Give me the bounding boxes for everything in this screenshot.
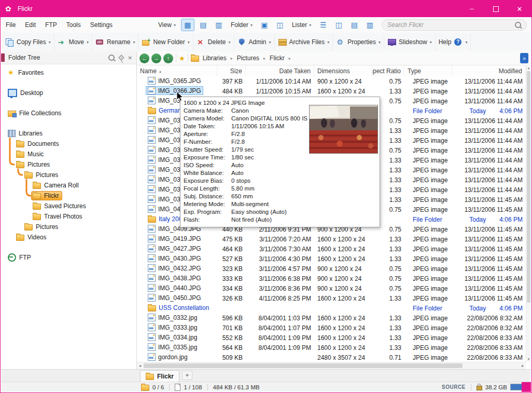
- tiles-view-icon[interactable]: ▥: [212, 19, 226, 31]
- tree-item-desktop[interactable]: Desktop: [1, 88, 136, 98]
- back-button[interactable]: ←: [139, 53, 149, 63]
- dual-display-button[interactable]: [520, 53, 528, 63]
- lock-icon[interactable]: [477, 386, 482, 390]
- breadcrumb-segment-libraries[interactable]: Libraries: [202, 54, 228, 62]
- pin-icon[interactable]: [118, 55, 124, 60]
- tooltip-field-label: Shutter Speed:: [184, 146, 231, 154]
- column-header-type[interactable]: Type: [404, 65, 452, 77]
- file-row[interactable]: gordon.jpg509 KB2480 x 3507 x 240.71JPEG…: [137, 353, 526, 362]
- search-input[interactable]: Search Flickr: [382, 19, 527, 31]
- file-row[interactable]: IMG_0432.JPG323 KB3/11/2006 4:57 PM900 x…: [137, 264, 526, 274]
- folder-options-icon[interactable]: ▣: [258, 19, 271, 31]
- menu-item-file[interactable]: File: [1, 17, 20, 33]
- tree-item-label: Pictures: [27, 161, 50, 168]
- file-row[interactable]: IMG_0335.jpg564 KB8/04/2001 1:09 PM1600 …: [137, 343, 526, 353]
- slideshow-button[interactable]: Slideshow: [384, 33, 436, 51]
- delete-button[interactable]: Delete: [193, 33, 234, 51]
- details-view-icon[interactable]: ▦: [181, 19, 194, 31]
- forward-button[interactable]: →: [151, 53, 161, 63]
- menu-item-edit[interactable]: Edit: [20, 17, 40, 33]
- tree-item-camera-roll[interactable]: Camera Roll: [1, 180, 136, 191]
- dual-vertical-icon[interactable]: ◫: [332, 19, 345, 31]
- tree-item-travel-photos[interactable]: Travel Photos: [1, 211, 136, 222]
- tree-item-favorites[interactable]: Favorites: [1, 67, 136, 78]
- maximize-button[interactable]: [484, 1, 508, 17]
- tree-search-icon[interactable]: [108, 55, 115, 61]
- admin-button[interactable]: Admin: [234, 33, 275, 51]
- tree-item-flickr[interactable]: Flickr: [1, 191, 136, 201]
- folder-row[interactable]: USS ConstellationFile FolderToday4:06 PM: [137, 303, 526, 313]
- scroll-right-icon[interactable]: [520, 362, 526, 369]
- column-header-modified[interactable]: Modified: [452, 65, 526, 77]
- viewer-pane-icon[interactable]: ▥: [363, 19, 376, 31]
- tree-item-ftp[interactable]: FTP: [1, 252, 136, 263]
- tree-item-file-collections[interactable]: File Collections: [1, 108, 136, 118]
- tree-item-pictures[interactable]: Pictures: [1, 222, 136, 232]
- cell-ratio: 1.33: [372, 255, 404, 263]
- menu-item-settings[interactable]: Settings: [86, 17, 117, 33]
- close-button[interactable]: [508, 1, 531, 17]
- resize-grip[interactable]: [522, 382, 531, 392]
- scroll-down-icon[interactable]: [526, 356, 531, 362]
- menu-item-ftp[interactable]: FTP: [40, 17, 62, 33]
- file-row[interactable]: IMG_0450.JPG326 KB4/11/2006 8:25 PM1600 …: [137, 293, 526, 303]
- tree-item-pictures[interactable]: Pictures: [1, 170, 136, 180]
- properties-button[interactable]: Properties: [333, 33, 384, 51]
- help-button[interactable]: Help: [436, 33, 471, 51]
- tree-item-libraries[interactable]: Libraries: [1, 128, 136, 139]
- folder-format-icon[interactable]: ◫: [273, 19, 287, 31]
- file-row[interactable]: IMG_0430.JPG527 KB3/11/2006 4:30 PM1600 …: [137, 254, 526, 264]
- file-row[interactable]: IMG_0440.JPG334 KB3/11/2006 8:36 PM900 x…: [137, 283, 526, 293]
- column-header-dimensions[interactable]: Dimensions: [314, 65, 372, 77]
- breadcrumb-segment-flickr[interactable]: Flickr: [269, 54, 286, 62]
- scroll-left-icon[interactable]: [137, 362, 143, 369]
- horizontal-scrollbar[interactable]: [137, 362, 526, 369]
- horizontal-scroll-thumb[interactable]: [144, 363, 463, 368]
- tree-item-saved-pictures[interactable]: Saved Pictures: [1, 201, 136, 211]
- star-icon: [8, 69, 15, 76]
- new-folder-button[interactable]: New Folder: [138, 33, 193, 51]
- file-row[interactable]: IMG_0365.JPG397 KB1/11/2006 10:14 AM900 …: [137, 76, 526, 86]
- tree-item-videos[interactable]: Videos: [1, 232, 136, 242]
- file-row[interactable]: IMG_0332.jpg596 KB8/04/2001 1:03 PM1600 …: [137, 313, 526, 323]
- single-display-icon[interactable]: ☰: [316, 19, 330, 31]
- tree-close-icon[interactable]: [128, 55, 132, 61]
- file-row[interactable]: IMG_0427.JPG464 KB3/11/2006 7:30 AM1600 …: [137, 244, 526, 254]
- dual-horizontal-icon[interactable]: ▤: [347, 19, 361, 31]
- tree-item-documents[interactable]: Documents: [1, 139, 136, 149]
- menu-item-tools[interactable]: Tools: [62, 17, 86, 33]
- vertical-scrollbar[interactable]: [526, 65, 531, 362]
- thumbnails-view-icon[interactable]: ▤: [197, 19, 210, 31]
- menu-group-view[interactable]: View: [155, 21, 179, 29]
- breadcrumb-segment-pictures[interactable]: Pictures: [236, 54, 260, 62]
- cell-modified: 13/11/2006 11:44 AM: [452, 117, 526, 125]
- cell-type: JPEG image: [404, 285, 452, 292]
- column-header-name[interactable]: Name: [137, 65, 217, 77]
- up-button[interactable]: ↑: [163, 53, 173, 63]
- tab-flickr[interactable]: Flickr: [140, 370, 179, 382]
- column-header-size[interactable]: Size: [217, 65, 246, 77]
- column-header-aspect-ratio[interactable]: Aspect Ratio: [372, 65, 404, 77]
- menu-group-lister[interactable]: Lister: [288, 21, 315, 29]
- tree-item-music[interactable]: Music: [1, 149, 136, 159]
- copy-files-button[interactable]: Copy Files: [2, 33, 54, 51]
- rename-button[interactable]: Rename: [92, 33, 138, 51]
- favorite-star-icon[interactable]: [179, 55, 185, 62]
- vertical-scroll-thumb[interactable]: [527, 71, 530, 303]
- file-row[interactable]: IMG_0419.JPG475 KB3/11/2006 7:20 AM1600 …: [137, 234, 526, 244]
- file-row[interactable]: IMG_0366.JPG484 KB1/11/2006 10:15 AM1600…: [137, 86, 526, 96]
- file-row[interactable]: IMG_0334.jpg552 KB8/04/2001 1:09 PM1600 …: [137, 333, 526, 343]
- archive-button[interactable]: Archive Files: [275, 33, 333, 51]
- menu-group-folder[interactable]: Folder: [227, 21, 256, 29]
- column-header-date-taken[interactable]: Date Taken: [246, 65, 314, 77]
- file-row[interactable]: IMG_0333.jpg701 KB8/04/2001 1:07 PM1600 …: [137, 323, 526, 333]
- file-row[interactable]: IMG_0438.JPG333 KB3/11/2006 6:38 PM900 x…: [137, 274, 526, 283]
- image-file-icon: [148, 166, 156, 173]
- tree-panel-grip[interactable]: [1, 53, 5, 62]
- minimize-button[interactable]: [460, 1, 484, 17]
- tree-item-pictures[interactable]: Pictures: [1, 159, 136, 170]
- status-bar: 0 / 6 1 / 108 484 KB / 61.3 MB SOURCE 38…: [1, 382, 531, 392]
- add-tab-button[interactable]: +: [182, 371, 192, 380]
- scroll-up-icon[interactable]: [526, 65, 531, 71]
- move-button[interactable]: Move: [54, 33, 92, 51]
